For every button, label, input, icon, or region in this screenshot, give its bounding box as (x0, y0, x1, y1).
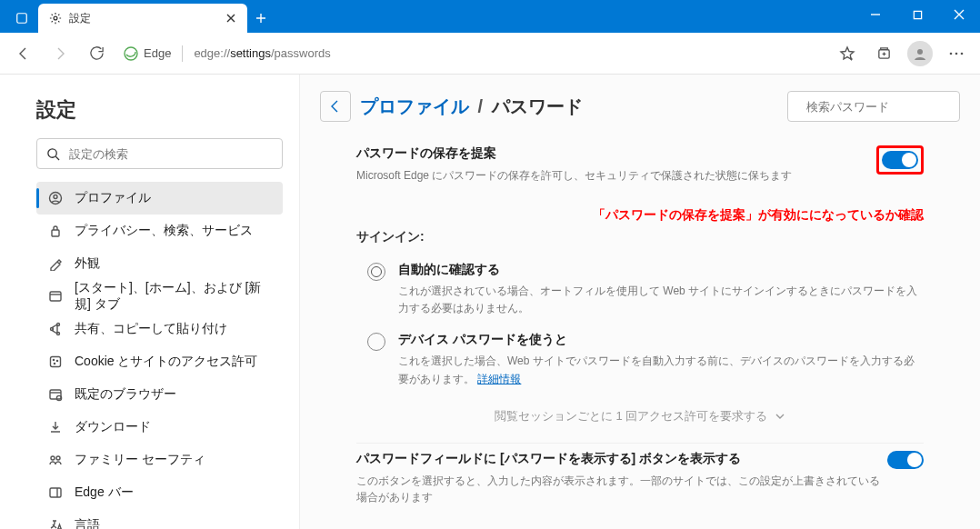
nav-label: 外観 (75, 255, 100, 272)
main-header: プロファイル / パスワード (320, 91, 960, 122)
reveal-password-desc: このボタンを選択すると、入力した内容が表示されます。一部のサイトでは、この設定が… (356, 473, 887, 505)
new-tab-button[interactable] (247, 5, 275, 32)
nav-item-privacy[interactable]: プライバシー、検索、サービス (36, 215, 283, 247)
lock-icon (47, 223, 64, 239)
nav-label: ダウンロード (75, 419, 151, 435)
svg-point-7 (955, 52, 958, 55)
close-window-button[interactable] (938, 0, 980, 29)
favorites-button[interactable] (831, 37, 864, 70)
window-titlebar: 設定 (0, 0, 980, 33)
svg-point-18 (53, 359, 54, 360)
svg-point-24 (56, 456, 60, 460)
nav-item-default-browser[interactable]: 既定のブラウザー (36, 378, 283, 411)
maximize-button[interactable] (896, 0, 938, 29)
svg-point-9 (48, 148, 56, 156)
forward-button[interactable] (44, 37, 76, 70)
settings-content: 設定 プロファイル プライバシー、検索、サービス 外観 [スタート]、[ホーム]… (0, 75, 980, 529)
signin-option-device-password[interactable]: デバイス パスワードを使うと これを選択した場合、Web サイトでパスワードを自… (320, 324, 960, 394)
collapsed-option-row[interactable]: 閲覧セッションごとに 1 回アクセス許可を要求する (320, 395, 960, 437)
nav-label: プロファイル (75, 190, 151, 206)
password-search-box[interactable] (787, 91, 960, 122)
tab-close-button[interactable] (224, 11, 238, 25)
site-identity[interactable]: Edge edge://settings/passwords (116, 45, 338, 62)
nav-item-cookies[interactable]: Cookie とサイトのアクセス許可 (36, 345, 283, 378)
settings-search-box[interactable] (36, 138, 283, 169)
radio-desc: これを選択した場合、Web サイトでパスワードを自動入力する前に、デバイスのパス… (398, 353, 924, 387)
svg-point-6 (950, 52, 953, 55)
signin-heading: サインイン: (320, 224, 960, 255)
svg-point-15 (57, 333, 60, 335)
nav-item-share[interactable]: 共有、コピーして貼り付け (36, 313, 283, 345)
collapsed-label: 閲覧セッションごとに 1 回アクセス許可を要求する (495, 408, 767, 424)
nav-item-profile[interactable]: プロファイル (36, 182, 283, 215)
settings-nav: プロファイル プライバシー、検索、サービス 外観 [スタート]、[ホーム]、およ… (36, 182, 283, 529)
reveal-password-section: パスワードフィールドに [パスワードを表示する] ボタンを表示する このボタンを… (320, 449, 960, 509)
radio-button[interactable] (367, 333, 385, 351)
avatar-icon (907, 41, 933, 66)
breadcrumb-current: パスワード (492, 96, 583, 116)
password-search-input[interactable] (806, 100, 959, 114)
more-button[interactable] (940, 37, 973, 70)
edgebar-icon (47, 484, 64, 501)
tab-icon (47, 288, 64, 304)
svg-point-8 (961, 52, 964, 55)
nav-item-start[interactable]: [スタート]、[ホーム]、および [新規] タブ (36, 280, 283, 313)
nav-label: [スタート]、[ホーム]、および [新規] タブ (75, 280, 274, 313)
save-password-toggle[interactable] (882, 151, 918, 169)
annotation-text: 「パスワードの保存を提案」が有効にになっているか確認 (320, 200, 960, 224)
svg-point-5 (917, 49, 923, 55)
save-password-desc: Microsoft Edge にパスワードの保存を許可し、セキュリティで保護され… (356, 167, 876, 184)
nav-item-family[interactable]: ファミリー セーフティ (36, 444, 283, 476)
annotation-highlight-box (876, 145, 924, 175)
family-icon (47, 452, 64, 468)
language-icon (47, 517, 64, 529)
svg-point-23 (51, 456, 55, 460)
nav-label: Edge バー (75, 484, 134, 501)
nav-label: 共有、コピーして貼り付け (75, 321, 227, 337)
minimize-button[interactable] (855, 0, 896, 29)
svg-point-14 (57, 324, 60, 326)
appearance-icon (47, 255, 64, 272)
refresh-button[interactable] (80, 37, 113, 70)
breadcrumb-separator: / (478, 96, 484, 116)
radio-button[interactable] (367, 263, 385, 281)
nav-label: 言語 (75, 517, 100, 529)
nav-item-appearance[interactable]: 外観 (36, 247, 283, 280)
svg-point-20 (54, 363, 55, 364)
browser-tab-settings[interactable]: 設定 (38, 4, 247, 33)
nav-item-edgebar[interactable]: Edge バー (36, 476, 283, 509)
cookie-icon (47, 354, 64, 370)
signin-option-auto[interactable]: 自動的に確認する これが選択されている場合、オートフィルを使用して Web サイ… (320, 255, 960, 324)
breadcrumb-parent-link[interactable]: プロファイル (360, 96, 469, 116)
radio-label: 自動的に確認する (398, 262, 924, 278)
svg-rect-13 (50, 292, 61, 301)
svg-rect-21 (50, 390, 61, 399)
svg-point-16 (51, 328, 54, 331)
svg-rect-25 (50, 488, 61, 497)
svg-rect-12 (52, 230, 59, 236)
address-bar-url[interactable]: edge://settings/passwords (194, 46, 330, 60)
divider (356, 443, 924, 444)
profile-button[interactable] (904, 37, 936, 70)
back-button[interactable] (7, 37, 40, 70)
svg-rect-2 (914, 11, 921, 18)
breadcrumb-back-button[interactable] (320, 91, 351, 122)
settings-main: プロファイル / パスワード パスワードの保存を提案 Microsoft Edg… (300, 75, 980, 529)
share-icon (47, 321, 64, 337)
nav-label: ファミリー セーフティ (75, 452, 205, 468)
nav-item-language[interactable]: 言語 (36, 509, 283, 529)
save-password-section: パスワードの保存を提案 Microsoft Edge にパスワードの保存を許可し… (320, 140, 960, 200)
collections-button[interactable] (867, 37, 900, 70)
reveal-password-title: パスワードフィールドに [パスワードを表示する] ボタンを表示する (356, 451, 887, 467)
search-icon (46, 147, 60, 161)
tab-actions-button[interactable] (5, 5, 38, 32)
tab-strip: 設定 (0, 0, 275, 33)
nav-label: 既定のブラウザー (75, 386, 176, 403)
breadcrumb: プロファイル / パスワード (360, 95, 583, 119)
more-info-link[interactable]: 詳細情報 (477, 373, 521, 385)
settings-search-input[interactable] (69, 147, 273, 161)
divider (182, 45, 183, 62)
reveal-password-toggle[interactable] (887, 451, 924, 469)
svg-point-19 (56, 360, 57, 361)
nav-item-downloads[interactable]: ダウンロード (36, 411, 283, 444)
